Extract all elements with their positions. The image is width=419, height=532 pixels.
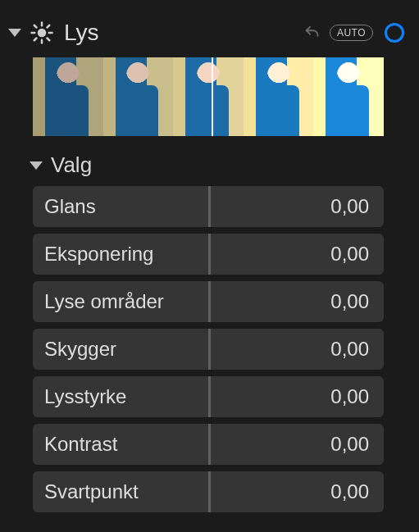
preview-thumb	[173, 57, 244, 136]
slider-value: 0,00	[330, 243, 369, 266]
undo-icon[interactable]	[303, 24, 321, 42]
slider-value: 0,00	[330, 338, 369, 361]
slider-value: 0,00	[330, 385, 369, 408]
slider-row-glans[interactable]: Glans 0,00	[33, 186, 384, 227]
slider-row-skygger[interactable]: Skygger 0,00	[33, 329, 384, 370]
svg-line-5	[34, 25, 37, 28]
slider-row-eksponering[interactable]: Eksponering 0,00	[33, 234, 384, 275]
slider-value: 0,00	[330, 195, 369, 218]
options-label: Valg	[51, 152, 92, 178]
slider-list: Glans 0,00 Eksponering 0,00 Lyse områder…	[0, 186, 384, 512]
slider-tick	[208, 186, 211, 227]
slider-tick	[208, 329, 211, 370]
slider-row-lysstyrke[interactable]: Lysstyrke 0,00	[33, 376, 384, 417]
slider-tick	[208, 424, 211, 465]
slider-label: Kontrast	[44, 433, 117, 456]
preview-thumb	[103, 57, 174, 136]
slider-value: 0,00	[330, 433, 369, 456]
slider-row-kontrast[interactable]: Kontrast 0,00	[33, 424, 384, 465]
svg-line-6	[48, 39, 50, 41]
light-preview-strip[interactable]	[33, 57, 384, 136]
options-header[interactable]: Valg	[0, 144, 419, 186]
svg-line-7	[34, 39, 37, 41]
slider-tick	[208, 281, 211, 322]
light-header: Lys AUTO	[0, 10, 419, 57]
light-adjust-panel: Lys AUTO Valg Glans 0,00 Eksponering	[0, 0, 419, 512]
slider-tick	[208, 376, 211, 417]
slider-value: 0,00	[330, 290, 369, 313]
chevron-down-icon[interactable]	[8, 29, 21, 37]
slider-label: Glans	[44, 195, 96, 218]
slider-tick	[208, 471, 211, 512]
preview-marker[interactable]	[212, 57, 213, 136]
light-title: Lys	[64, 20, 99, 46]
slider-row-lyse-omrader[interactable]: Lyse områder 0,00	[33, 281, 384, 322]
slider-label: Lyse områder	[44, 290, 164, 313]
slider-value: 0,00	[330, 480, 369, 503]
sun-icon	[30, 20, 54, 45]
slider-label: Eksponering	[44, 243, 153, 266]
svg-point-0	[38, 29, 47, 38]
slider-tick	[208, 234, 211, 275]
auto-button[interactable]: AUTO	[330, 25, 373, 41]
preview-thumb	[313, 57, 384, 136]
slider-row-svartpunkt[interactable]: Svartpunkt 0,00	[33, 471, 384, 512]
chevron-down-icon	[30, 161, 43, 170]
enable-indicator[interactable]	[385, 23, 404, 43]
slider-label: Skygger	[44, 338, 116, 361]
slider-label: Svartpunkt	[44, 480, 139, 503]
svg-line-8	[48, 25, 50, 28]
preview-thumb	[33, 57, 103, 136]
preview-thumb	[244, 57, 314, 136]
slider-label: Lysstyrke	[44, 385, 126, 408]
